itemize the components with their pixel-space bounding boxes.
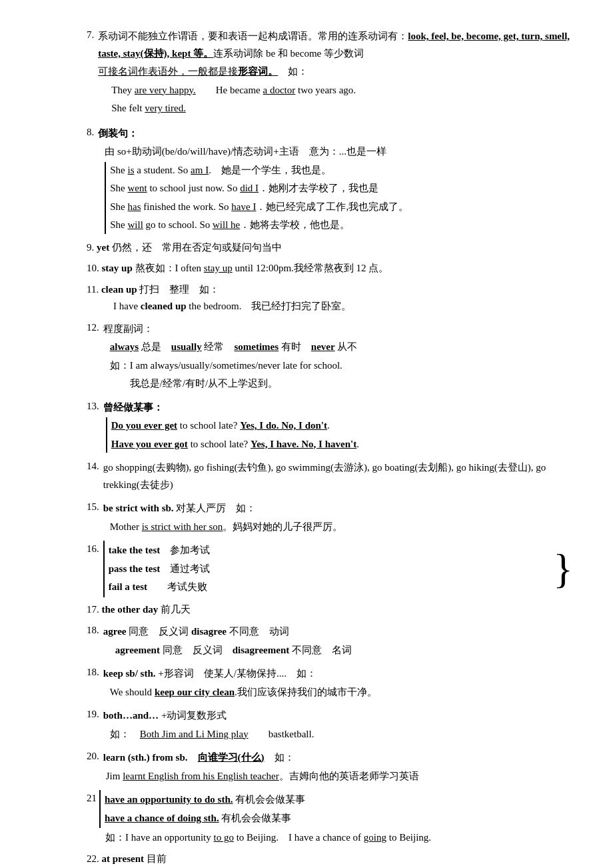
item-19: 19. both…and… +动词复数形式 如： Both Jim and Li… <box>87 706 573 744</box>
item13-bracket: Do you ever get to school late? Yes, I d… <box>106 417 359 453</box>
item-15: 15. be strict with sb. 对某人严厉 如： Mother i… <box>87 499 573 537</box>
item21-line2: have a chance of doing sth. 有机会会做某事 <box>105 810 573 827</box>
item16-label: 16. <box>87 541 99 558</box>
item7-example1: They are very happy. He became a doctor … <box>111 82 573 99</box>
item16-bracket: take the test 参加考试 pass the test 通过考试 fa… <box>103 541 540 597</box>
item-22: 22. at present 目前 <box>87 851 573 868</box>
item13-label: 13. <box>87 398 99 415</box>
item7-ex1-u: are very happy. <box>135 85 196 95</box>
item-10: 10. stay up 熬夜如：I often stay up until 12… <box>87 260 573 277</box>
item12-title: 程度副词： <box>103 321 358 338</box>
document: 7. 系动词不能独立作谓语，要和表语一起构成谓语。常用的连系动词有：look, … <box>87 27 573 868</box>
item-13: 13. 曾经做某事： Do you ever get to school lat… <box>87 398 573 455</box>
item-21: 21 have an opportunity to do sth. 有机会会做某… <box>87 790 573 847</box>
item7-line1: 系动词不能独立作谓语，要和表语一起构成谓语。常用的连系动词有：look, fee… <box>98 28 573 62</box>
item13-line1: Do you ever get to school late? Yes, I d… <box>111 417 359 435</box>
item14-label: 14. <box>87 458 99 475</box>
item8-bracket-group: She is a student. So am I. 她是一个学生，我也是。 S… <box>105 162 408 234</box>
item12-example1: 如：I am always/usually/sometimes/never la… <box>110 357 358 375</box>
item11-example: I have cleaned up the bedroom. 我已经打扫完了卧室… <box>113 298 573 315</box>
item15-title: be strict with sb. 对某人严厉 如： <box>103 500 343 517</box>
item15-label: 15. <box>87 499 99 516</box>
item8-title: 倒装句： <box>98 125 408 143</box>
item13-content: 曾经做某事： Do you ever get to school late? Y… <box>103 398 359 455</box>
item20-content: learn (sth.) from sb. 向谁学习(什么) 如： Jim le… <box>103 748 419 786</box>
item20-example: Jim learnt English from his English teac… <box>106 768 419 785</box>
item12-line1: always 总是 usually 经常 sometimes 有时 never … <box>110 339 358 356</box>
item10-bold: stay up <box>102 263 133 273</box>
item19-ex-u: Both Jim and Li Ming play <box>140 729 249 739</box>
item10-u: stay up <box>204 263 233 273</box>
item18a-content: agree 同意 反义词 disagree 不同意 动词 agreement 同… <box>103 622 352 660</box>
item17-rest: 前几天 <box>158 604 191 615</box>
item8-line2: She went to school just now. So did I．她刚… <box>110 180 408 197</box>
item11-rest: 打扫 整理 如： <box>137 284 220 295</box>
item8-line4: She will go to school. So will he．她将去学校，… <box>110 217 408 234</box>
item8-subtitle: 由 so+助动词(be/do/will/have)/情态动词+主语 意为：...… <box>105 143 408 161</box>
item22-rest: 目前 <box>144 853 167 864</box>
item20-title: learn (sth.) from sb. 向谁学习(什么) 如： <box>103 749 419 767</box>
item13-title: 曾经做某事： <box>103 399 359 417</box>
item-9: 9. yet 仍然，还 常用在否定句或疑问句当中 <box>87 239 573 257</box>
item10-rest1: 熬夜如：I often <box>133 263 204 273</box>
item-12: 12. 程度副词： always 总是 usually 经常 sometimes… <box>87 319 573 394</box>
item9-bold: yet <box>97 242 109 253</box>
item15-content: be strict with sb. 对某人严厉 如： Mother is st… <box>103 499 343 537</box>
item16-outer: take the test 参加考试 pass the test 通过考试 fa… <box>103 541 573 597</box>
item10-rest2: until 12:00pm.我经常熬夜到 12 点。 <box>233 263 389 273</box>
item16-line1: take the test 参加考试 <box>109 542 540 559</box>
item17-bold: the other day <box>102 604 159 615</box>
item7-line2: 可接名词作表语外，一般都是接形容词。 如： <box>98 63 573 81</box>
item18a-line1: agree 同意 反义词 disagree 不同意 动词 <box>103 623 352 641</box>
item9-rest: 仍然，还 常用在否定句或疑问句当中 <box>109 242 282 253</box>
item-18b: 18. keep sb/ sth. +形容词 使某人/某物保持.... 如： W… <box>87 664 573 702</box>
item-14: 14. go shopping(去购物), go fishing(去钓鱼), g… <box>87 458 573 495</box>
item7-vocab: look, feel, be, become, get, turn, smell… <box>98 31 570 59</box>
item7-bold2: 形容词。 <box>238 66 278 77</box>
item7-label: 7. <box>87 27 94 44</box>
item11-bold: clean up <box>101 284 137 295</box>
item15-example: Mother is strict with her son。妈妈对她的儿子很严厉… <box>110 519 343 536</box>
item8-line1: She is a student. So am I. 她是一个学生，我也是。 <box>110 162 408 179</box>
item7-underline2: 可接名词作表语外，一般都是接形容词。 <box>98 66 278 77</box>
item-18a: 18. agree 同意 反义词 disagree 不同意 动词 agreeme… <box>87 622 573 660</box>
item18a-line2: agreement 同意 反义词 disagreement 不同意 名词 <box>115 642 352 659</box>
item-16: 16. take the test 参加考试 pass the test 通过考… <box>87 541 573 597</box>
item7-content: 系动词不能独立作谓语，要和表语一起构成谓语。常用的连系动词有：look, fee… <box>98 27 573 119</box>
item19-label: 19. <box>87 706 99 723</box>
item-7: 7. 系动词不能独立作谓语，要和表语一起构成谓语。常用的连系动词有：look, … <box>87 27 573 119</box>
item-20: 20. learn (sth.) from sb. 向谁学习(什么) 如： Ji… <box>87 748 573 786</box>
item8-content: 倒装句： 由 so+助动词(be/do/will/have)/情态动词+主语 意… <box>98 124 408 235</box>
item18b-title: keep sb/ sth. +形容词 使某人/某物保持.... 如： <box>103 665 377 683</box>
item17-label: 17. <box>87 604 102 615</box>
item21-line1: have an opportunity to do sth. 有机会会做某事 <box>105 791 573 809</box>
item7-ex1-u2: a doctor <box>263 85 296 95</box>
item8-line3: She has finished the work. So have I．她已经… <box>110 199 408 216</box>
item21-label: 21 <box>87 790 97 807</box>
item18b-content: keep sb/ sth. +形容词 使某人/某物保持.... 如： We sh… <box>103 664 377 702</box>
item16-line2: pass the test 通过考试 <box>109 561 540 578</box>
item16-line3: fail a test 考试失败 <box>109 579 540 596</box>
item10-label: 10. <box>87 263 102 273</box>
item9-label: 9. <box>87 242 97 253</box>
item13-line2: Have you ever got to school late? Yes, I… <box>111 436 359 453</box>
item-8: 8. 倒装句： 由 so+助动词(be/do/will/have)/情态动词+主… <box>87 124 573 235</box>
item-11: 11. clean up 打扫 整理 如： I have cleaned up … <box>87 281 573 315</box>
item7-ex2-u: very tired. <box>145 103 186 113</box>
item20-label: 20. <box>87 748 99 765</box>
item11-label: 11. <box>87 284 101 295</box>
item22-bold: at present <box>102 853 144 864</box>
item19-content: both…and… +动词复数形式 如： Both Jim and Li Min… <box>103 706 314 744</box>
item14-text: go shopping(去购物), go fishing(去钓鱼), go sw… <box>103 459 573 493</box>
item18a-label: 18. <box>87 622 99 639</box>
item21-example: 如：I have an opportunity to go to Beijing… <box>105 829 573 847</box>
item14-content: go shopping(去购物), go fishing(去钓鱼), go sw… <box>103 458 573 495</box>
item18b-example: We should keep our city clean.我们应该保持我们的城… <box>110 684 377 701</box>
item18b-label: 18. <box>87 664 99 681</box>
item-17: 17. the other day 前几天 <box>87 601 573 619</box>
item12-label: 12. <box>87 319 99 337</box>
item19-example: 如： Both Jim and Li Ming play bastketball… <box>110 726 314 743</box>
item21-bracket: have an opportunity to do sth. 有机会会做某事 h… <box>99 790 573 828</box>
item7-example2: She felt very tired. <box>111 100 573 117</box>
item22-label: 22. <box>87 853 102 864</box>
